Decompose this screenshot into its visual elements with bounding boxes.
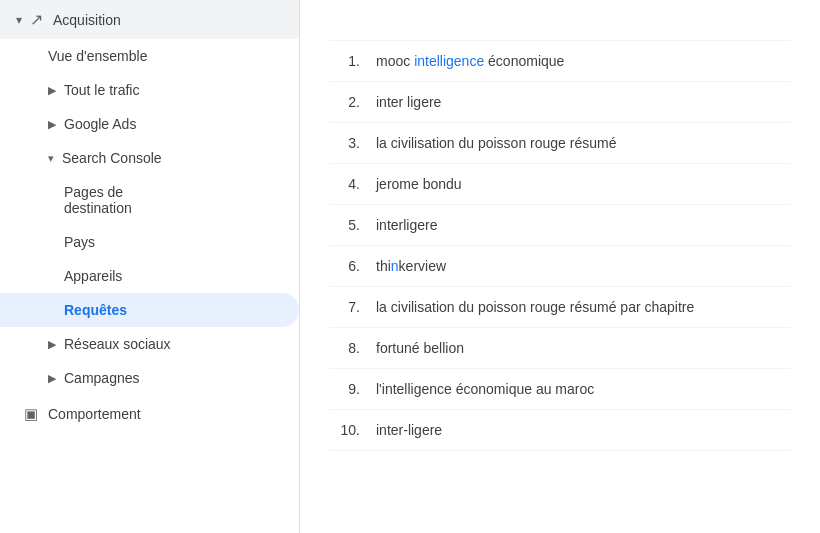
result-number: 3. [330,135,360,151]
sidebar-item-label: Acquisition [53,12,121,28]
highlight-text: n [391,258,399,274]
list-item: 5. interligere [330,205,790,246]
chevron-right-icon: ▶ [48,118,56,131]
sidebar-child-label: Google Ads [64,116,136,132]
highlight-text: intelligence [414,53,484,69]
list-item: 8. fortuné bellion [330,328,790,369]
result-number: 6. [330,258,360,274]
result-text: la civilisation du poisson rouge résumé … [376,299,694,315]
result-number: 5. [330,217,360,233]
result-number: 1. [330,53,360,69]
list-item: 3. la civilisation du poisson rouge résu… [330,123,790,164]
result-text: fortuné bellion [376,340,464,356]
main-content: 1. mooc intelligence économique 2. inter… [300,0,820,533]
comportement-icon: ▣ [24,405,38,423]
sidebar-item-acquisition[interactable]: ▾ ↗ Acquisition [0,0,299,39]
list-item: 10. inter-ligere [330,410,790,451]
chevron-down-icon: ▾ [16,13,22,27]
result-number: 9. [330,381,360,397]
sidebar-sub-child-label: Pays [64,234,95,250]
result-text: interligere [376,217,437,233]
result-text: jerome bondu [376,176,462,192]
sidebar-child-label: Vue d'ensemble [48,48,147,64]
sidebar: ▾ ↗ Acquisition Vue d'ensemble ▶ Tout le… [0,0,300,533]
result-text: mooc intelligence économique [376,53,564,69]
sidebar-item-pays[interactable]: Pays [0,225,299,259]
list-item: 7. la civilisation du poisson rouge résu… [330,287,790,328]
sidebar-item-google-ads[interactable]: ▶ Google Ads [0,107,299,141]
result-number: 2. [330,94,360,110]
result-number: 8. [330,340,360,356]
list-item: 6. thinkerview [330,246,790,287]
sidebar-item-campagnes[interactable]: ▶ Campagnes [0,361,299,395]
list-item: 1. mooc intelligence économique [330,40,790,82]
result-number: 7. [330,299,360,315]
sidebar-child-label: Search Console [62,150,162,166]
sidebar-child-label: Tout le trafic [64,82,139,98]
sidebar-item-vue-ensemble[interactable]: Vue d'ensemble [0,39,299,73]
sidebar-item-appareils[interactable]: Appareils [0,259,299,293]
sidebar-item-reseaux-sociaux[interactable]: ▶ Réseaux sociaux [0,327,299,361]
result-number: 10. [330,422,360,438]
list-item: 2. inter ligere [330,82,790,123]
result-number: 4. [330,176,360,192]
results-list: 1. mooc intelligence économique 2. inter… [330,40,790,451]
sidebar-item-pages-destination[interactable]: Pages dedestination [0,175,299,225]
list-item: 9. l'intelligence économique au maroc [330,369,790,410]
sidebar-sub-child-label: Pages dedestination [64,184,132,216]
sidebar-child-label: Réseaux sociaux [64,336,171,352]
sidebar-child-label: Campagnes [64,370,140,386]
chevron-right-icon: ▶ [48,338,56,351]
sidebar-item-comportement[interactable]: ▣ Comportement [0,395,299,433]
chevron-right-icon: ▶ [48,84,56,97]
sidebar-item-search-console[interactable]: ▾ Search Console [0,141,299,175]
result-text: inter-ligere [376,422,442,438]
acquisition-icon: ↗ [30,10,43,29]
sidebar-sub-child-label: Appareils [64,268,122,284]
sidebar-sub-child-label: Requêtes [64,302,127,318]
result-text: inter ligere [376,94,441,110]
chevron-down-icon: ▾ [48,152,54,165]
chevron-right-icon: ▶ [48,372,56,385]
result-text: thinkerview [376,258,446,274]
sidebar-item-requetes[interactable]: Requêtes [0,293,299,327]
sidebar-item-label: Comportement [48,406,141,422]
result-text: l'intelligence économique au maroc [376,381,594,397]
list-item: 4. jerome bondu [330,164,790,205]
sidebar-item-tout-trafic[interactable]: ▶ Tout le trafic [0,73,299,107]
result-text: la civilisation du poisson rouge résumé [376,135,616,151]
